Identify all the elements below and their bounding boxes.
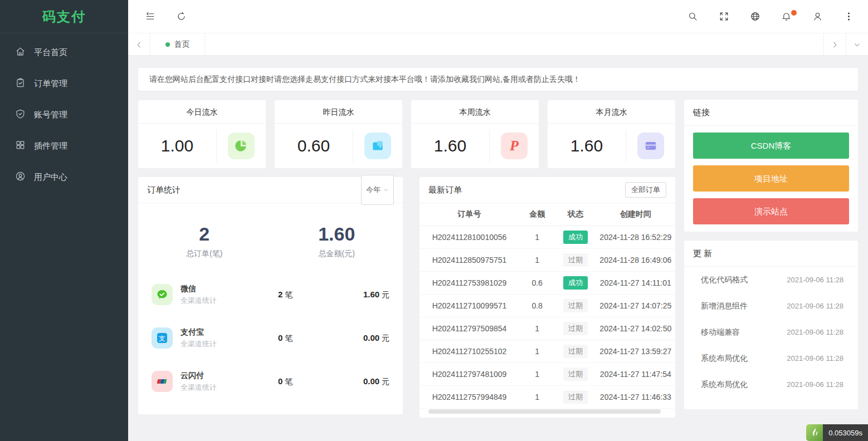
order-id: H2024112753981029 bbox=[420, 278, 519, 287]
list-item: 系统布局优化 2021-09-06 11:28 bbox=[684, 345, 858, 371]
tab-home[interactable]: 首页 bbox=[150, 33, 205, 56]
column-header: 订单号 bbox=[420, 209, 519, 219]
chevron-down-icon bbox=[383, 187, 389, 193]
update-date: 2021-09-06 11:28 bbox=[787, 302, 843, 310]
sidebar-item-orders[interactable]: 订单管理 bbox=[0, 68, 128, 99]
credit-card-icon bbox=[637, 133, 664, 159]
update-date: 2021-09-06 11:28 bbox=[787, 380, 843, 389]
grid-icon bbox=[15, 140, 26, 152]
channel-count-unit: 笔 bbox=[285, 334, 292, 342]
elapsed-time-label: 0.053059s bbox=[823, 424, 868, 441]
status-badge: 过期 bbox=[563, 345, 588, 358]
tab-spacer bbox=[205, 33, 823, 55]
sidebar-item-accounts[interactable]: 账号管理 bbox=[0, 99, 128, 130]
search-icon[interactable] bbox=[686, 11, 699, 23]
order-time: 2024-11-27 13:59:27 bbox=[596, 347, 675, 356]
stat-title: 本月流水 bbox=[548, 100, 675, 124]
update-name: 新增消息组件 bbox=[701, 301, 748, 311]
links-panel-title: 链接 bbox=[693, 100, 710, 125]
user-icon[interactable] bbox=[811, 11, 823, 23]
refresh-icon[interactable] bbox=[175, 11, 187, 23]
sidebar-menu: 平台首页 订单管理 账号管理 插件管理 用户中心 bbox=[0, 33, 128, 193]
total-orders-label: 总订单(笔) bbox=[138, 249, 271, 259]
status-badge: 过期 bbox=[563, 367, 588, 381]
column-header: 状态 bbox=[555, 209, 596, 219]
notification-dot bbox=[791, 10, 797, 16]
channel-amount-unit: 元 bbox=[382, 290, 389, 299]
order-amount: 1 bbox=[519, 324, 555, 333]
channel-amount: 1.60 bbox=[363, 290, 379, 299]
demo-site-button[interactable]: 演示站点 bbox=[693, 198, 849, 224]
order-stats-title: 订单统计 bbox=[147, 177, 181, 203]
channel-amount-unit: 元 bbox=[382, 377, 389, 386]
total-amount-label: 总金额(元) bbox=[271, 249, 403, 259]
update-name: 移动端兼容 bbox=[701, 327, 740, 337]
total-amount-value: 1.60 bbox=[271, 223, 403, 245]
channel-count: 0 bbox=[278, 376, 282, 386]
order-id: H2024112710255102 bbox=[420, 347, 519, 356]
stat-value: 0.60 bbox=[275, 136, 353, 155]
year-range-select[interactable]: 今年 bbox=[361, 175, 394, 205]
latest-orders-panel: 最新订单 全部订单 订单号 金额 状态 创建时间 H20241128100100… bbox=[420, 177, 675, 418]
tab-scroll-left-button[interactable] bbox=[128, 33, 150, 56]
sidebar: 码支付 平台首页 订单管理 账号管理 插件管理 用户中心 bbox=[0, 0, 128, 441]
stat-card-week: 本周流水 1.60 P bbox=[411, 100, 539, 168]
order-time: 2024-11-27 14:02:50 bbox=[596, 324, 675, 333]
channel-sub: 全渠道统计 bbox=[181, 296, 278, 306]
execution-timer: 0.053059s bbox=[806, 424, 868, 441]
project-url-button[interactable]: 项目地址 bbox=[693, 165, 849, 192]
order-amount: 0.8 bbox=[519, 301, 555, 310]
tab-options-button[interactable] bbox=[846, 33, 868, 56]
tab-label: 首页 bbox=[174, 40, 190, 50]
unionpay-icon bbox=[152, 371, 173, 392]
sidebar-item-home[interactable]: 平台首页 bbox=[0, 37, 128, 68]
sidebar-item-user-center[interactable]: 用户中心 bbox=[0, 161, 128, 193]
stat-value: 1.60 bbox=[411, 136, 489, 155]
order-amount: 1 bbox=[519, 256, 555, 264]
top-header bbox=[128, 0, 868, 33]
stat-title: 今日流水 bbox=[138, 100, 266, 124]
table-row: H2024112757994849 1 过期 2024-11-27 11:46:… bbox=[420, 386, 675, 409]
total-orders-value: 2 bbox=[138, 223, 271, 245]
order-id: H2024112797509854 bbox=[420, 324, 519, 333]
column-header: 金额 bbox=[519, 209, 555, 219]
list-item: 系统布局优化 2021-09-06 11:28 bbox=[684, 371, 858, 398]
globe-icon[interactable] bbox=[749, 11, 761, 23]
main-content: 请在您网站后台配置支付接口对接时请您选择走易支付接口方式来对接本平台哦！请添加收… bbox=[128, 56, 868, 441]
table-row: H2024112710255102 1 过期 2024-11-27 13:59:… bbox=[420, 340, 675, 363]
user-circle-icon bbox=[15, 171, 26, 183]
fullscreen-icon[interactable] bbox=[718, 11, 730, 23]
order-amount: 1 bbox=[519, 347, 555, 356]
home-icon bbox=[15, 46, 26, 58]
collapse-sidebar-icon[interactable] bbox=[144, 11, 156, 23]
sidebar-item-label: 用户中心 bbox=[34, 172, 67, 183]
bell-icon[interactable] bbox=[780, 11, 792, 23]
order-id: H2024112810010056 bbox=[420, 233, 519, 242]
sidebar-item-plugins[interactable]: 插件管理 bbox=[0, 130, 128, 161]
stat-card-today: 今日流水 1.00 bbox=[138, 100, 266, 168]
order-amount: 0.6 bbox=[519, 278, 555, 287]
channel-name: 微信 bbox=[181, 284, 278, 294]
update-name: 优化代码格式 bbox=[701, 275, 748, 285]
csdn-blog-button[interactable]: CSDN博客 bbox=[693, 133, 849, 159]
pie-chart-icon bbox=[228, 133, 255, 159]
sidebar-item-label: 订单管理 bbox=[34, 79, 67, 89]
channel-count-unit: 笔 bbox=[285, 377, 292, 386]
horizontal-scrollbar[interactable] bbox=[428, 409, 661, 414]
stat-card-month: 本月流水 1.60 bbox=[548, 100, 675, 168]
status-badge: 过期 bbox=[563, 390, 588, 404]
all-orders-button[interactable]: 全部订单 bbox=[625, 182, 666, 198]
order-totals: 2 总订单(笔) 1.60 总金额(元) bbox=[138, 223, 403, 259]
kebab-menu-icon[interactable] bbox=[842, 11, 855, 23]
channel-sub: 全渠道统计 bbox=[181, 339, 278, 349]
status-badge: 过期 bbox=[563, 253, 588, 267]
table-row: H2024112850975751 1 过期 2024-11-28 16:49:… bbox=[420, 249, 675, 272]
thinkphp-logo-icon bbox=[806, 424, 823, 441]
channel-count: 2 bbox=[278, 290, 282, 299]
latest-orders-title: 最新订单 bbox=[428, 177, 462, 203]
channel-row-alipay: 支 支付宝 全渠道统计 0 笔 0.00 元 bbox=[138, 324, 403, 352]
table-row: H2024112810010056 1 成功 2024-11-28 16:52:… bbox=[420, 226, 675, 249]
sidebar-item-label: 插件管理 bbox=[34, 141, 67, 151]
tab-scroll-right-button[interactable] bbox=[823, 33, 846, 56]
order-time: 2024-11-28 16:52:29 bbox=[596, 233, 675, 242]
